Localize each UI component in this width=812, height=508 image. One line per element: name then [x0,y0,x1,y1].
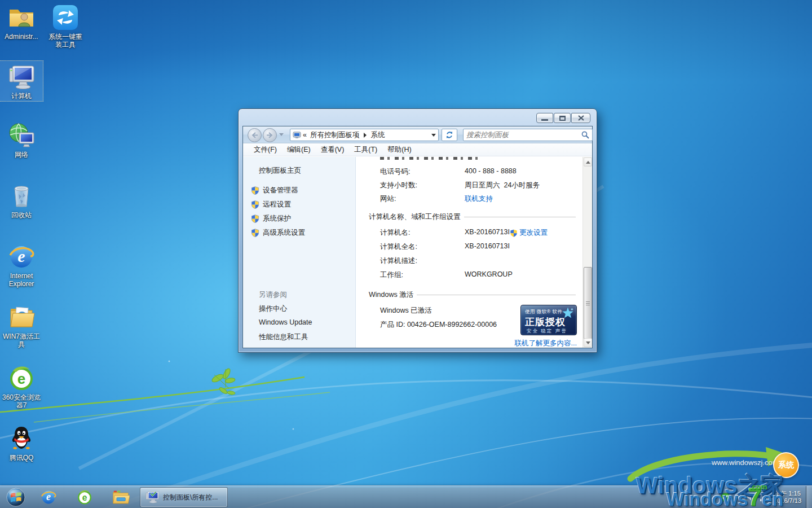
scroll-down-arrow[interactable] [584,338,592,347]
svg-text:e: e [17,370,25,387]
icon-label: 回收站 [0,211,43,219]
computer-name-section-header: 计算机名称、域和工作组设置 [369,212,576,222]
taskbar-explorer-icon[interactable] [106,487,135,507]
menu-edit[interactable]: 编辑(E) [282,143,316,156]
qq-icon [7,424,36,453]
computer-icon [7,63,36,91]
workgroup-value: WORKGROUP [465,270,513,278]
sidebar-performance-tools[interactable]: 性能信息和工具 [259,332,308,342]
network-icon [7,121,36,150]
taskbar-clock[interactable]: 下午 1:15 2016/7/13 [774,490,801,505]
desktop-icon-recycle-bin[interactable]: 回收站 [0,182,43,219]
tray-volume-icon[interactable] [747,493,755,501]
desktop-icon-360-browser[interactable]: e 360安全浏览 器7 [0,364,43,409]
sidebar-see-also-header: 另请参阅 [259,290,287,300]
close-button[interactable] [571,113,590,123]
taskbar-active-window-button[interactable]: 控制面板\所有控... [140,487,228,507]
recent-pages-chevron-icon[interactable] [279,133,284,136]
genuine-microsoft-badge[interactable]: 使用 微软® 软件 正版授权 安全 稳定 声誉 [520,305,577,335]
window-titlebar[interactable] [239,109,597,126]
uac-shield-icon [251,229,259,237]
computer-name-value: XB-20160713I [465,228,510,236]
search-input[interactable] [466,131,581,139]
recycle-bin-icon [7,182,36,210]
internet-explorer-icon: e [7,243,36,271]
menu-tools[interactable]: 工具(T) [349,143,382,156]
uac-shield-icon [510,229,518,237]
system-control-panel-window: « 所有控制面板项 系统 文件(F) 编辑(E) [238,108,597,353]
sidebar-advanced-system-settings[interactable]: 高级系统设置 [251,228,305,238]
back-button[interactable] [248,128,262,142]
scroll-thumb[interactable] [584,267,592,340]
tray-network-icon[interactable] [760,494,768,501]
menu-view[interactable]: 查看(V) [316,143,350,156]
sidebar-device-manager[interactable]: 设备管理器 [251,186,298,195]
taskbar-ie-icon[interactable]: e [34,487,63,507]
search-icon[interactable] [581,131,589,139]
icon-label: Administr... [0,33,43,41]
sidebar: 控制面板主页 设备管理器 远程设置 系统保护 [243,157,356,348]
svg-text:e: e [82,493,87,502]
workgroup-label: 工作组: [380,270,403,280]
desktop: Administr... 系统一键重 装工具 计算机 [0,0,812,508]
computer-description-label: 计算机描述: [380,256,417,266]
breadcrumb-root[interactable]: 所有控制面板项 [310,130,360,140]
sidebar-action-center[interactable]: 操作中心 [259,304,287,314]
icon-label: 腾讯QQ [0,454,43,462]
change-settings-link[interactable]: 更改设置 [519,228,548,238]
main-panel: 电话号码: 400 - 888 - 8888 支持小时数: 周日至周六 24小时… [356,157,582,348]
tray-security-check-icon[interactable] [721,493,730,502]
breadcrumb-current[interactable]: 系统 [370,130,385,140]
address-bar[interactable]: « 所有控制面板项 系统 [290,129,439,141]
reinstall-tool-icon [51,3,80,32]
clock-date: 2016/7/13 [774,497,801,505]
system-page-icon [293,132,301,139]
control-panel-task-icon [145,491,160,504]
active-task-label: 控制面板\所有控... [163,493,218,502]
desktop-icon-tencent-qq[interactable]: 腾讯QQ [0,424,43,462]
learn-more-online-link[interactable]: 联机了解更多内容... [515,339,577,348]
desktop-icon-network[interactable]: 网络 [0,121,43,159]
sidebar-remote-settings[interactable]: 远程设置 [251,200,291,209]
online-support-link[interactable]: 联机支持 [465,194,493,204]
system-tray: 下午 1:15 2016/7/13 [709,486,812,508]
scroll-up-arrow[interactable] [584,157,592,167]
menu-help[interactable]: 帮助(H) [382,143,416,156]
phone-label: 电话号码: [380,167,410,177]
address-dropdown-icon[interactable] [431,134,436,137]
maximize-button[interactable] [554,113,571,123]
clipped-scrolled-text [380,157,482,160]
desktop-icon-win7-activator[interactable]: WIN7激活工 具 [0,303,43,348]
hidden-icons-chevron[interactable] [712,496,716,499]
win7-activator-icon [7,303,36,331]
phone-value: 400 - 888 - 8888 [465,167,517,175]
vertical-scrollbar[interactable] [582,157,592,348]
activation-status: Windows 已激活 [380,306,432,316]
refresh-button[interactable] [442,129,457,141]
desktop-icon-computer[interactable]: 计算机 [0,61,43,101]
desktop-icon-administrator[interactable]: Administr... [0,3,43,41]
desktop-icon-internet-explorer[interactable]: e Internet Explorer [0,243,43,288]
icon-label: WIN7激活工 具 [0,332,43,348]
show-desktop-button[interactable] [806,486,812,508]
sidebar-control-panel-home[interactable]: 控制面板主页 [259,166,301,176]
minimize-button[interactable] [536,113,553,123]
icon-label: 系统一键重 装工具 [44,33,87,49]
sidebar-system-protection[interactable]: 系统保护 [251,214,291,224]
start-button[interactable] [2,487,29,507]
navigation-bar: « 所有控制面板项 系统 [243,126,592,143]
forward-button[interactable] [263,128,277,142]
icon-label: Internet Explorer [0,272,43,288]
icon-label: 网络 [0,151,43,159]
menu-file[interactable]: 文件(F) [249,143,282,156]
uac-shield-icon [251,214,259,223]
breadcrumb-chevrons[interactable]: « [303,131,307,139]
tray-flag-icon[interactable] [734,493,742,502]
user-folder-icon [7,3,36,32]
sidebar-windows-update[interactable]: Windows Update [259,318,312,326]
uac-shield-icon [251,200,259,209]
desktop-icon-reinstall-tool[interactable]: 系统一键重 装工具 [44,3,87,49]
search-box[interactable] [463,129,593,141]
taskbar-360-browser-icon[interactable]: e [70,487,99,507]
taskbar: e e 控制面板\所有控... [0,485,812,508]
